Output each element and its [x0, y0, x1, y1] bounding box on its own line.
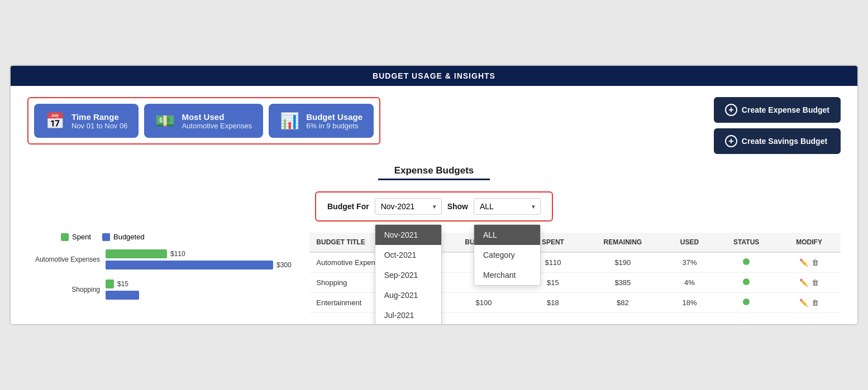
edit-icon-shopping[interactable]: ✏️ — [799, 278, 808, 287]
status-dot-automotive — [743, 258, 750, 265]
dropdown-item-sep2021[interactable]: Sep-2021 — [375, 265, 441, 285]
delete-icon-shopping[interactable]: 🗑 — [812, 278, 819, 287]
show-select[interactable]: ALL Category Merchant — [474, 198, 541, 215]
dropdown-item-merchant[interactable]: Merchant — [474, 265, 540, 285]
chart-row-shopping: Shopping $15 — [27, 280, 293, 300]
cell-spent-entertainment: $18 — [524, 293, 581, 313]
delete-icon-automotive[interactable]: 🗑 — [812, 258, 819, 267]
chart-label-automotive: Automotive Expenses — [27, 256, 100, 263]
cell-status-entertainment — [715, 293, 778, 313]
col-header-used: USED — [664, 233, 715, 252]
col-header-modify: MODIFY — [778, 233, 841, 252]
time-range-label: Time Range — [71, 112, 127, 122]
budget-for-select[interactable]: Nov-2021 Oct-2021 Sep-2021 Aug-2021 Jul-… — [375, 198, 442, 215]
cell-remaining-automotive: $190 — [581, 252, 664, 273]
money-icon: 💵 — [155, 112, 175, 130]
create-expense-button[interactable]: + Create Expense Budget — [714, 97, 841, 123]
status-dot-entertainment — [743, 298, 750, 305]
top-section: 📅 Time Range Nov 01 to Nov 06 💵 Most Use… — [27, 97, 841, 154]
create-expense-label: Create Expense Budget — [742, 105, 829, 114]
spent-legend-dot — [61, 233, 69, 241]
create-savings-label: Create Savings Budget — [742, 137, 827, 146]
budgeted-bar-shopping-fill — [106, 291, 139, 300]
spent-value-shopping: $15 — [117, 280, 128, 288]
budget-for-wrapper: Nov-2021 Oct-2021 Sep-2021 Aug-2021 Jul-… — [375, 198, 442, 215]
budgeted-legend-label: Budgeted — [113, 233, 145, 241]
cell-budgeted-entertainment: $100 — [443, 293, 524, 313]
dropdown-item-oct2021[interactable]: Oct-2021 — [375, 245, 441, 265]
most-used-value: Automotive Expenses — [182, 122, 252, 130]
cell-status-automotive — [715, 252, 778, 273]
action-buttons: + Create Expense Budget + Create Savings… — [714, 97, 841, 154]
legend-budgeted: Budgeted — [102, 233, 145, 241]
spent-bar-shopping: $15 — [106, 280, 139, 288]
spent-bar-shopping-fill — [106, 280, 114, 288]
main-container: BUDGET USAGE & INSIGHTS 📅 Time Range Nov… — [9, 65, 859, 325]
most-used-label: Most Used — [182, 112, 252, 122]
chart-legend: Spent Budgeted — [61, 233, 293, 241]
plus-icon-expense: + — [725, 104, 737, 116]
modify-icons-shopping: ✏️ 🗑 — [784, 278, 834, 287]
show-dropdown: ALL Category Merchant — [474, 224, 541, 286]
modify-icons-entertainment: ✏️ 🗑 — [784, 298, 834, 307]
dropdown-item-all[interactable]: ALL — [474, 225, 540, 245]
show-select-wrapper: ALL Category Merchant ▼ — [474, 198, 541, 215]
plus-icon-savings: + — [725, 135, 737, 147]
dropdown-item-aug2021[interactable]: Aug-2021 — [375, 285, 441, 305]
cell-modify-entertainment: ✏️ 🗑 — [778, 293, 841, 313]
pie-chart-icon: 📊 — [280, 112, 299, 130]
cell-modify-automotive: ✏️ 🗑 — [778, 252, 841, 273]
budget-usage-text: Budget Usage 6% in 9 budgets — [306, 112, 363, 130]
budget-usage-label: Budget Usage — [306, 112, 363, 122]
cell-used-entertainment: 18% — [664, 293, 715, 313]
show-wrapper: ALL Category Merchant ▼ ALL Category Mer… — [474, 198, 541, 215]
legend-spent: Spent — [61, 233, 91, 241]
budget-for-dropdown: Nov-2021 Oct-2021 Sep-2021 Aug-2021 Jul-… — [375, 224, 442, 325]
budgeted-value-automotive: $300 — [276, 261, 292, 269]
filter-dropdowns: Nov-2021 Oct-2021 Sep-2021 Aug-2021 Jul-… — [375, 198, 541, 215]
dropdown-item-nov2021[interactable]: Nov-2021 — [375, 225, 441, 245]
budget-usage-card[interactable]: 📊 Budget Usage 6% in 9 budgets — [269, 104, 374, 138]
status-dot-shopping — [743, 278, 750, 285]
edit-icon-automotive[interactable]: ✏️ — [799, 258, 808, 267]
spent-bar-automotive-fill — [106, 249, 167, 258]
filter-bar: Budget For Nov-2021 Oct-2021 Sep-2021 Au… — [315, 191, 553, 222]
cell-used-shopping: 4% — [664, 273, 715, 293]
dropdown-item-category[interactable]: Category — [474, 245, 540, 265]
budget-usage-value: 6% in 9 budgets — [306, 122, 363, 130]
create-savings-button[interactable]: + Create Savings Budget — [714, 128, 841, 154]
chart-section: Spent Budgeted Automotive Expenses $110 — [27, 233, 293, 313]
budgeted-bar-shopping — [106, 291, 139, 300]
spent-value-automotive: $110 — [170, 250, 185, 258]
time-range-card[interactable]: 📅 Time Range Nov 01 to Nov 06 — [34, 104, 139, 138]
calendar-icon: 📅 — [45, 112, 65, 130]
main-content: 📅 Time Range Nov 01 to Nov 06 💵 Most Use… — [11, 86, 857, 324]
bars-shopping: $15 — [106, 280, 139, 300]
time-range-text: Time Range Nov 01 to Nov 06 — [71, 112, 127, 130]
budget-for-select-wrapper: Nov-2021 Oct-2021 Sep-2021 Aug-2021 Jul-… — [375, 198, 442, 215]
section-title: Expense Budgets — [27, 165, 841, 176]
budget-for-label: Budget For — [327, 202, 369, 211]
cell-remaining-entertainment: $82 — [581, 293, 664, 313]
header-bar: BUDGET USAGE & INSIGHTS — [11, 66, 857, 86]
spent-legend-label: Spent — [72, 233, 91, 241]
chart-label-shopping: Shopping — [27, 286, 100, 293]
budgeted-legend-dot — [102, 233, 110, 241]
dropdown-item-jul2021[interactable]: Jul-2021 — [375, 305, 441, 325]
chart-rows: Automotive Expenses $110 $300 — [27, 249, 293, 300]
col-header-remaining: REMAINING — [581, 233, 664, 252]
bars-automotive: $110 $300 — [106, 249, 292, 269]
cell-used-automotive: 37% — [664, 252, 715, 273]
insight-cards-container: 📅 Time Range Nov 01 to Nov 06 💵 Most Use… — [27, 97, 380, 145]
spent-bar-automotive: $110 — [106, 249, 292, 258]
chart-row-automotive: Automotive Expenses $110 $300 — [27, 249, 293, 269]
cell-modify-shopping: ✏️ 🗑 — [778, 273, 841, 293]
cell-remaining-shopping: $385 — [581, 273, 664, 293]
time-range-value: Nov 01 to Nov 06 — [71, 122, 127, 130]
col-header-status: STATUS — [715, 233, 778, 252]
most-used-card[interactable]: 💵 Most Used Automotive Expenses — [144, 104, 263, 138]
delete-icon-entertainment[interactable]: 🗑 — [812, 298, 819, 307]
edit-icon-entertainment[interactable]: ✏️ — [799, 298, 808, 307]
most-used-text: Most Used Automotive Expenses — [182, 112, 252, 130]
section-underline — [378, 179, 490, 180]
